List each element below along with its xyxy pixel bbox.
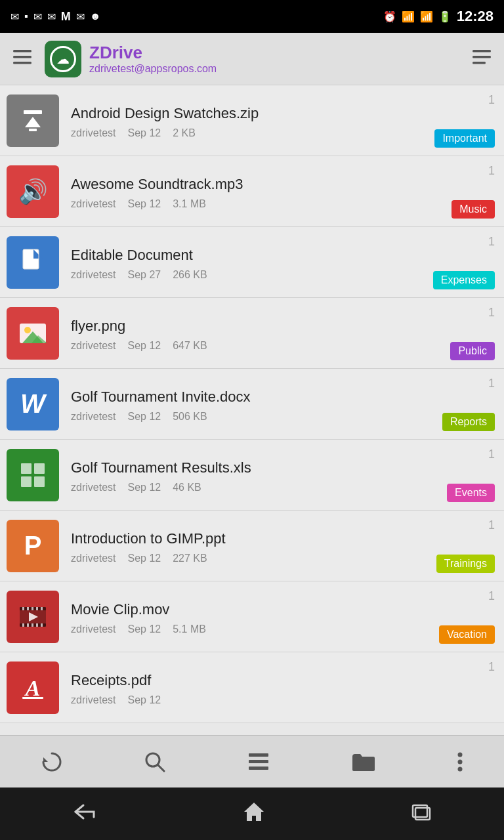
file-icon-mp3: 🔊 xyxy=(7,165,59,218)
status-icons: ✉ ▪ ✉ ✉ M ✉ ☻ xyxy=(10,10,101,24)
header-title-group: ZDrive zdrivetest@appsropos.com xyxy=(89,43,459,75)
file-count: 1 xyxy=(488,518,495,532)
file-icon-png xyxy=(7,307,59,360)
file-list: Android Design Swatches.zip zdrivetest S… xyxy=(0,85,504,735)
svg-rect-29 xyxy=(22,623,24,627)
file-icon-area xyxy=(0,581,66,652)
file-owner: zdrivetest xyxy=(71,623,116,635)
file-count: 1 xyxy=(488,377,495,390)
file-size: 266 KB xyxy=(173,269,207,281)
menu-icon[interactable] xyxy=(8,45,37,74)
svg-rect-28 xyxy=(41,607,43,610)
svg-rect-42 xyxy=(249,766,268,770)
file-owner: zdrivetest xyxy=(71,269,116,281)
bottom-nav xyxy=(0,735,504,788)
ppt-p-icon: P xyxy=(24,531,42,560)
list-item[interactable]: Golf Tournament Results.xls zdrivetest S… xyxy=(0,440,504,511)
file-count: 1 xyxy=(488,93,495,107)
list-item[interactable]: P Introduction to GIMP.ppt zdrivetest Se… xyxy=(0,511,504,581)
file-tag: Events xyxy=(447,484,495,502)
file-size: 227 KB xyxy=(173,553,207,564)
list-item[interactable]: 🔊 Awesome Soundtrack.mp3 zdrivetest Sep … xyxy=(0,156,504,227)
status-bar: ✉ ▪ ✉ ✉ M ✉ ☻ ⏰ 📶 📶 🔋 12:28 xyxy=(0,0,504,33)
app-name: ZDrive xyxy=(89,43,459,63)
file-meta: zdrivetest Sep 12 5.1 MB xyxy=(71,623,432,635)
svg-point-44 xyxy=(458,759,463,764)
svg-rect-25 xyxy=(27,607,29,610)
list-item[interactable]: Movie Clip.mov zdrivetest Sep 12 5.1 MB … xyxy=(0,581,504,652)
file-tag: Important xyxy=(434,129,495,148)
list-view-button[interactable] xyxy=(240,743,278,781)
system-nav xyxy=(0,788,504,840)
refresh-button[interactable] xyxy=(33,743,71,781)
file-icon-area: A xyxy=(0,652,66,723)
file-right: 1 Reports xyxy=(438,369,504,439)
recent-button[interactable] xyxy=(392,795,451,833)
file-name: Receipts.pdf xyxy=(71,671,432,690)
svg-rect-1 xyxy=(13,56,32,58)
svg-rect-17 xyxy=(21,463,32,474)
list-item[interactable]: W Golf Tournament Invite.docx zdrivetest… xyxy=(0,369,504,440)
svg-rect-27 xyxy=(36,607,38,610)
svg-rect-33 xyxy=(41,623,43,627)
email-icon-1: ✉ xyxy=(10,10,19,23)
file-size: 647 KB xyxy=(173,340,207,352)
email-icon-3: ✉ xyxy=(47,10,56,23)
home-button[interactable] xyxy=(223,793,285,834)
file-name: Editable Document xyxy=(71,246,427,265)
alarm-icon: ⏰ xyxy=(383,10,396,23)
svg-rect-0 xyxy=(13,50,32,52)
svg-rect-10 xyxy=(23,249,33,260)
overflow-button[interactable] xyxy=(449,744,471,780)
file-icon-ppt: P xyxy=(7,520,59,572)
svg-rect-30 xyxy=(27,623,29,627)
file-name: Android Design Swatches.zip xyxy=(71,104,428,123)
list-item[interactable]: A Receipts.pdf zdrivetest Sep 12 1 xyxy=(0,652,504,723)
list-item[interactable]: Android Design Swatches.zip zdrivetest S… xyxy=(0,85,504,156)
file-count: 1 xyxy=(488,589,495,603)
svg-rect-19 xyxy=(21,476,32,487)
back-button[interactable] xyxy=(53,795,116,833)
file-meta: zdrivetest Sep 27 266 KB xyxy=(71,269,427,281)
svg-rect-6 xyxy=(24,110,42,114)
file-name: Golf Tournament Invite.docx xyxy=(71,388,432,407)
list-item[interactable]: Editable Document zdrivetest Sep 27 266 … xyxy=(0,227,504,298)
app-header: ☁ ZDrive zdrivetest@appsropos.com xyxy=(0,33,504,85)
file-right: 1 xyxy=(438,652,504,723)
battery-icon: 🔋 xyxy=(438,10,452,23)
file-date: Sep 27 xyxy=(127,269,161,281)
word-w-icon: W xyxy=(20,389,45,419)
svg-rect-41 xyxy=(249,760,268,763)
file-info: Awesome Soundtrack.mp3 zdrivetest Sep 12… xyxy=(66,156,438,226)
file-icon-mov xyxy=(7,591,59,643)
file-owner: zdrivetest xyxy=(71,694,116,706)
folder-button[interactable] xyxy=(343,744,384,780)
file-owner: zdrivetest xyxy=(71,553,116,564)
photo-icon: ▪ xyxy=(24,10,28,22)
file-icon-zip xyxy=(7,94,59,147)
file-meta: zdrivetest Sep 12 2 KB xyxy=(71,127,428,139)
svg-marker-37 xyxy=(43,757,48,762)
status-time: 12:28 xyxy=(457,8,494,25)
file-meta: zdrivetest Sep 12 xyxy=(71,694,432,706)
file-right: 1 Expenses xyxy=(433,227,504,297)
search-button[interactable] xyxy=(136,743,174,781)
status-right: ⏰ 📶 📶 🔋 12:28 xyxy=(383,8,494,25)
svg-rect-26 xyxy=(32,607,33,610)
file-icon-xls xyxy=(7,449,59,501)
svg-rect-5 xyxy=(472,62,486,64)
wifi-icon: 📶 xyxy=(402,10,415,23)
file-count: 1 xyxy=(488,164,495,178)
file-date: Sep 12 xyxy=(127,623,161,635)
header-email: zdrivetest@appsropos.com xyxy=(89,63,459,75)
file-icon-area: W xyxy=(0,369,66,439)
file-icon-area: 🔊 xyxy=(0,156,66,226)
file-meta: zdrivetest Sep 12 46 KB xyxy=(71,482,432,494)
list-item[interactable]: flyer.png zdrivetest Sep 12 647 KB 1 Pub… xyxy=(0,298,504,369)
speaker-icon: 🔊 xyxy=(18,178,48,205)
overflow-menu-icon[interactable] xyxy=(467,45,496,74)
file-owner: zdrivetest xyxy=(71,127,116,139)
file-count: 1 xyxy=(488,235,495,249)
file-icon-area xyxy=(0,440,66,510)
file-info: Golf Tournament Invite.docx zdrivetest S… xyxy=(66,369,438,439)
